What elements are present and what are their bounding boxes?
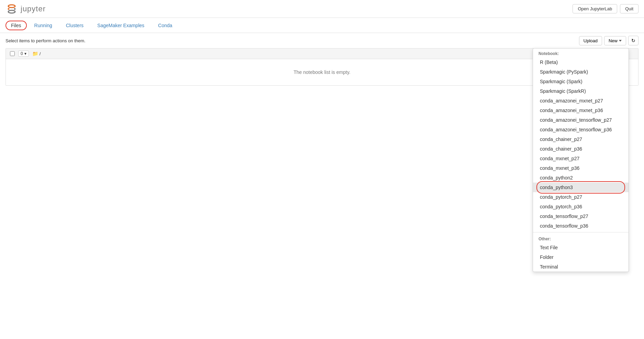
- tab-sagemaker-examples[interactable]: SageMaker Examples: [91, 19, 151, 32]
- open-jupyterlab-button[interactable]: Open JupyterLab: [573, 4, 617, 13]
- new-dropdown-menu: Notebook: R (Beta) Sparkmagic (PySpark) …: [533, 48, 629, 272]
- dropdown-item-conda-mxnet-p36[interactable]: conda_mxnet_p36: [533, 163, 629, 173]
- dropdown-item-terminal[interactable]: Terminal: [533, 262, 629, 272]
- dropdown-item-folder[interactable]: Folder: [533, 252, 629, 262]
- dropdown-item-conda-chainer-p36[interactable]: conda_chainer_p36: [533, 144, 629, 154]
- select-all-checkbox[interactable]: [10, 51, 15, 56]
- dropdown-item-sparkmagic-spark[interactable]: Sparkmagic (Spark): [533, 77, 629, 86]
- dropdown-item-conda-amazonei-tensorflow-p36[interactable]: conda_amazonei_tensorflow_p36: [533, 125, 629, 134]
- toolbar-right: Upload New ↻ Notebook: R (Beta) Sparkmag…: [579, 36, 639, 45]
- nav-tabs: Files Running Clusters SageMaker Example…: [0, 18, 644, 33]
- upload-button[interactable]: Upload: [579, 36, 602, 45]
- svg-point-2: [8, 8, 10, 10]
- count-badge: 0 ▾: [18, 51, 29, 57]
- notebook-section-label: Notebook:: [533, 48, 629, 57]
- tab-conda[interactable]: Conda: [152, 19, 178, 32]
- logo-area: jupyter: [5, 3, 46, 15]
- dropdown-item-text-file[interactable]: Text File: [533, 243, 629, 252]
- refresh-button[interactable]: ↻: [628, 36, 639, 45]
- dropdown-item-conda-amazonei-tensorflow-p27[interactable]: conda_amazonei_tensorflow_p27: [533, 115, 629, 125]
- dropdown-item-conda-pytorch-p36[interactable]: conda_pytorch_p36: [533, 202, 629, 211]
- svg-point-0: [8, 5, 15, 8]
- dropdown-item-sparkmagic-pyspark[interactable]: Sparkmagic (PySpark): [533, 67, 629, 77]
- breadcrumb-path: /: [40, 51, 41, 56]
- new-button-chevron-icon: [619, 40, 622, 42]
- new-button[interactable]: New: [604, 36, 626, 45]
- dropdown-item-conda-mxnet-p27[interactable]: conda_mxnet_p27: [533, 154, 629, 163]
- new-button-label: New: [609, 38, 618, 43]
- dropdown-item-conda-amazonei-mxnet-p27[interactable]: conda_amazonei_mxnet_p27: [533, 96, 629, 106]
- dropdown-item-conda-tensorflow-p36[interactable]: conda_tensorflow_p36: [533, 221, 629, 231]
- select-hint-text: Select items to perform actions on them.: [5, 38, 86, 43]
- dropdown-item-conda-python3[interactable]: conda_python3: [533, 183, 629, 192]
- count-dropdown-icon[interactable]: ▾: [24, 51, 26, 56]
- jupyter-brand-text: jupyter: [21, 4, 46, 13]
- dropdown-item-conda-python2[interactable]: conda_python2: [533, 173, 629, 183]
- dropdown-item-conda-pytorch-p27[interactable]: conda_pytorch_p27: [533, 192, 629, 202]
- dropdown-item-r-beta[interactable]: R (Beta): [533, 57, 629, 67]
- toolbar: Select items to perform actions on them.…: [0, 33, 644, 48]
- header-buttons: Open JupyterLab Quit: [573, 4, 639, 13]
- header: jupyter Open JupyterLab Quit: [0, 0, 644, 18]
- svg-point-1: [8, 10, 15, 13]
- dropdown-item-conda-chainer-p27[interactable]: conda_chainer_p27: [533, 134, 629, 144]
- breadcrumb: 📁 /: [32, 51, 41, 56]
- tab-files[interactable]: Files: [5, 21, 27, 30]
- count-value: 0: [21, 51, 23, 56]
- dropdown-item-conda-tensorflow-p27[interactable]: conda_tensorflow_p27: [533, 211, 629, 221]
- tab-running[interactable]: Running: [28, 19, 58, 32]
- svg-point-3: [14, 8, 16, 10]
- tab-clusters[interactable]: Clusters: [60, 19, 90, 32]
- jupyter-logo-icon: [5, 3, 18, 15]
- quit-button[interactable]: Quit: [620, 4, 639, 13]
- dropdown-item-conda-amazonei-mxnet-p36[interactable]: conda_amazonei_mxnet_p36: [533, 106, 629, 115]
- dropdown-item-sparkmagic-sparkr[interactable]: Sparkmagic (SparkR): [533, 86, 629, 96]
- other-section-label: Other:: [533, 234, 629, 243]
- checkbox-area: [10, 51, 15, 56]
- folder-icon: 📁: [32, 51, 38, 56]
- dropdown-divider: [533, 232, 629, 232]
